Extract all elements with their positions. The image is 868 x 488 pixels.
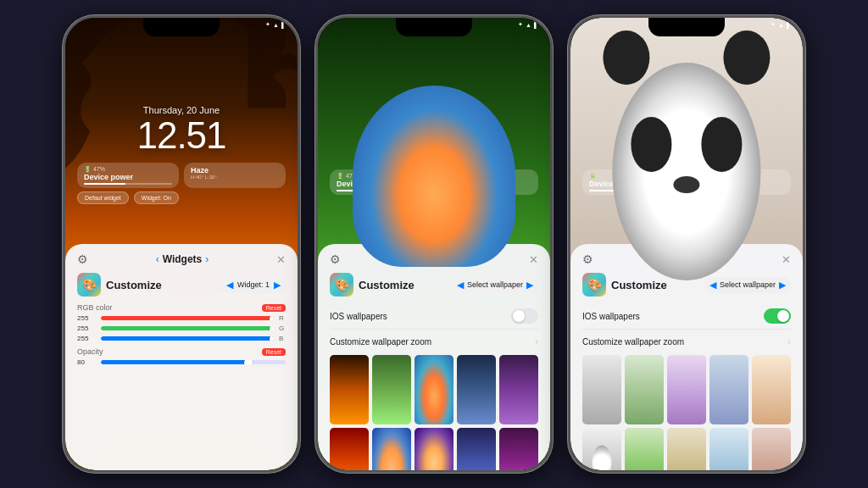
status-right-2: ✦ ▲ ▌ [518, 21, 538, 28]
wallpaper-thumb-2-4[interactable] [457, 355, 496, 424]
status-bar-3: ✦ ▲ ▌ [570, 21, 803, 28]
widget-temp-3: 37° [696, 173, 784, 181]
widget-power-label-1: Device power [84, 173, 172, 181]
wallpaper-thumb-2-10[interactable] [499, 428, 538, 470]
wifi-icon-2: ▲ [526, 22, 531, 28]
gear-icon-1[interactable]: ⚙ [77, 252, 88, 266]
nav-left-2[interactable]: ‹ [404, 253, 408, 265]
wallpaper-stepper-2[interactable]: ◀ Select wallpaper ▶ [452, 277, 538, 293]
slider-r-fill [101, 316, 274, 320]
status-left-2 [330, 21, 381, 28]
status-right: ✦ ▲ ▌ [265, 21, 286, 28]
customize-label-1: Customize [106, 279, 162, 291]
stepper-right-1[interactable]: ▶ [274, 280, 281, 291]
widget-power-3: 🔋 Device power [582, 169, 684, 195]
slider-r-thumb[interactable] [270, 316, 274, 320]
slider-r-track[interactable] [101, 316, 274, 320]
wallpaper-thumb-3-8[interactable] [667, 428, 706, 470]
slider-g-row: 255 G [77, 324, 286, 332]
wallpaper-thumb-2-3[interactable] [415, 355, 453, 424]
power-progress-3 [589, 190, 677, 191]
battery-icon-3: ▌ [787, 22, 791, 28]
nav-right-2[interactable]: › [462, 253, 465, 265]
ios-wallpapers-toggle-3[interactable] [764, 308, 791, 324]
customize-row-1: 🎨 Customize ◀ Widget: 1 ▶ [77, 273, 286, 297]
stepper-left-2[interactable]: ◀ [457, 280, 464, 291]
rgb-label-1: RGB color [77, 303, 113, 312]
power-progress-1 [84, 183, 172, 185]
wallpaper-grid-2 [330, 355, 538, 424]
wallpaper-thumb-3-1[interactable] [582, 355, 621, 424]
wallpaper-thumb-3-3[interactable] [667, 355, 706, 424]
wallpaper-thumb-3-9[interactable] [709, 428, 748, 470]
close-icon-2[interactable]: ✕ [529, 253, 538, 266]
stepper-left-1[interactable]: ◀ [226, 280, 233, 291]
lockscreen-3: Thursday, 20 June 12.51 🔋 Device power 3… [570, 18, 803, 267]
nav-left-1[interactable]: ‹ [156, 253, 159, 265]
nav-right-1[interactable]: › [205, 253, 209, 265]
status-left-3 [582, 21, 633, 28]
stepper-value-1: Widget: 1 [236, 280, 270, 289]
gear-icon-2[interactable]: ⚙ [330, 252, 341, 266]
widget-stepper-1[interactable]: ◀ Widget: 1 ▶ [221, 277, 286, 293]
panel-header-1: ⚙ ‹ Widgets › ✕ [77, 252, 286, 266]
slider-b-thumb[interactable] [270, 336, 274, 341]
slider-r-label: R [279, 314, 286, 322]
slider-g-track[interactable] [101, 326, 274, 330]
opacity-reset[interactable]: Reset [262, 348, 286, 356]
stepper-right-2[interactable]: ▶ [526, 280, 533, 291]
wallpaper-thumb-2-6[interactable] [330, 428, 369, 470]
close-icon-1[interactable]: ✕ [276, 253, 286, 266]
rgb-reset-1[interactable]: Reset [262, 304, 286, 312]
wallpaper-thumb-2-2[interactable] [372, 355, 411, 424]
opacity-track[interactable] [101, 360, 286, 364]
nav-right-3[interactable]: › [715, 253, 718, 265]
close-icon-3[interactable]: ✕ [782, 253, 791, 266]
customize-zoom-label-2: Customize wallpaper zoom [330, 337, 431, 347]
panel-nav-3: ‹ Wallpaper › [657, 253, 719, 265]
opacity-slider-row: 80 [77, 358, 286, 366]
slider-b-track[interactable] [101, 336, 274, 341]
nav-left-3[interactable]: ‹ [657, 253, 660, 265]
wallpaper-thumb-2-9[interactable] [457, 428, 496, 470]
wallpaper-thumb-3-7[interactable] [625, 428, 664, 470]
opacity-thumb[interactable] [244, 360, 253, 364]
stepper-right-3[interactable]: ▶ [779, 280, 786, 291]
wallpaper-thumb-3-5[interactable] [752, 355, 791, 424]
ios-wallpapers-toggle-2[interactable] [511, 308, 538, 324]
wifi-icon: ▲ [273, 22, 279, 28]
wallpaper-stepper-3[interactable]: ◀ Select wallpaper ▶ [704, 277, 791, 293]
zoom-chevron-3: › [787, 336, 791, 347]
gear-icon-3[interactable]: ⚙ [582, 252, 593, 266]
slider-g-value: 255 [77, 324, 96, 332]
slider-g-thumb[interactable] [270, 326, 274, 330]
panel-nav-1: ‹ Widgets › [156, 253, 209, 265]
status-right-3: ✦ ▲ ▌ [771, 21, 791, 28]
customize-zoom-row-2[interactable]: Customize wallpaper zoom › [330, 333, 538, 350]
customize-zoom-row-3[interactable]: Customize wallpaper zoom › [582, 333, 791, 350]
wallpaper-thumb-3-2[interactable] [625, 355, 664, 424]
default-widget-btn[interactable]: Defaut widget [77, 191, 129, 204]
wallpaper-thumb-2-5[interactable] [499, 355, 538, 424]
wallpaper-thumb-3-10[interactable] [752, 428, 791, 470]
wallpaper-thumb-2-8[interactable] [415, 428, 453, 470]
wallpaper-grid-3 [582, 355, 791, 424]
widget-on-btn[interactable]: Widget: On [134, 191, 179, 204]
widget-power-2: 🔋 47% Device power [330, 169, 431, 195]
toggle-knob-2 [513, 310, 525, 322]
customize-left-1: 🎨 Customize [77, 273, 162, 297]
wallpaper-thumb-2-1[interactable] [330, 355, 369, 424]
lock-time-3: 12.51 [642, 124, 731, 161]
opacity-label: Opacity [77, 347, 103, 356]
panel-title-1: Widgets [163, 253, 203, 265]
lockscreen-1: Thursday, 20 June 12.51 🔋 47% Device pow… [65, 18, 298, 267]
bottom-panel-1: ⚙ ‹ Widgets › ✕ 🎨 Customize ◀ W [65, 244, 298, 470]
app-icon-3: 🎨 [582, 273, 606, 297]
wallpaper-thumb-2-7[interactable] [372, 428, 411, 470]
panel-header-2: ⚙ ‹ Wallpaper › ✕ [330, 252, 538, 266]
bottom-panel-3: ⚙ ‹ Wallpaper › ✕ 🎨 Customize ◀ [570, 244, 803, 470]
wallpaper-thumb-3-4[interactable] [709, 355, 748, 424]
status-bar-2: ✦ ▲ ▌ [318, 21, 550, 28]
stepper-left-3[interactable]: ◀ [709, 280, 716, 291]
lockscreen-2: Thursday, 20 June 12.51 🔋 47% Device pow… [318, 18, 550, 267]
